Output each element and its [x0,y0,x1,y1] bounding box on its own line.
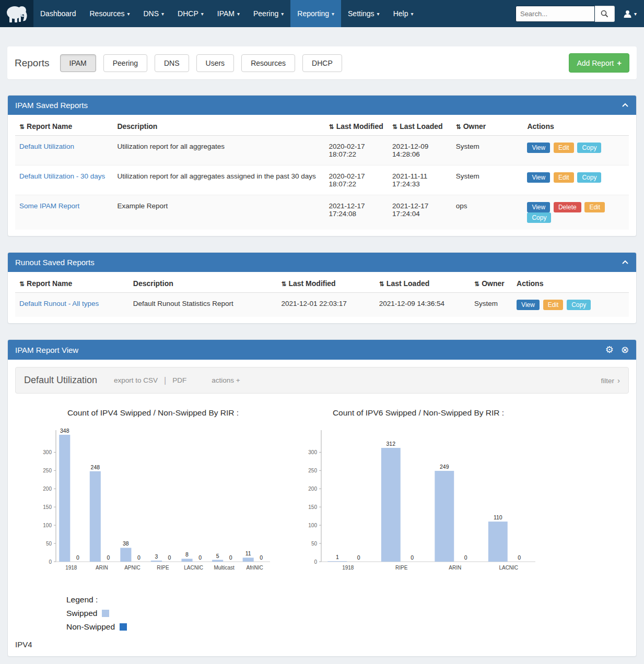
value-label: 0 [260,554,263,561]
y-tick-label: 150 [308,504,317,510]
y-tick-label: 250 [308,468,317,473]
ipam-report-view-panel: IPAM Report View ⚙ ⊗ Default Utilization… [7,339,637,657]
non-swipped-swatch [120,623,127,631]
runout-saved-reports-header: Runout Saved Reports [8,253,636,272]
app-logo[interactable] [0,0,33,27]
nav-item-dashboard[interactable]: Dashboard [33,0,83,27]
ipam-report-view-header: IPAM Report View ⚙ ⊗ [8,340,636,360]
col-label: Report Name [27,122,72,131]
ipam-saved-reports-table: ⇅Report Name Description ⇅Last Modified … [15,116,629,230]
category-label: Multicast [214,565,235,571]
col-last-loaded[interactable]: ⇅Last Loaded [375,273,470,293]
edit-button[interactable]: Edit [554,143,574,153]
tab-users[interactable]: Users [196,54,235,72]
legend-title: Legend : [66,595,629,604]
col-label: Owner [482,279,505,288]
report-description: Utilization report for all aggregates as… [113,165,324,195]
col-owner[interactable]: ⇅Owner [470,273,512,293]
export-pdf-link[interactable]: PDF [172,376,186,384]
report-link[interactable]: Default Utilization [19,143,74,150]
filter-toggle[interactable]: filter› [601,376,620,385]
nav-item-ipam[interactable]: IPAM▾ [210,0,247,27]
tab-dhcp[interactable]: DHCP [302,54,342,72]
view-button[interactable]: View [517,300,540,310]
bar-swipped-1918 [59,435,70,562]
close-icon[interactable]: ⊗ [621,345,629,354]
delete-button[interactable]: Delete [554,202,581,212]
copy-button[interactable]: Copy [577,172,601,183]
runout-saved-reports-body: ⇅Report Name Description ⇅Last Modified … [8,272,636,323]
report-link[interactable]: Some IPAM Report [19,202,79,210]
filter-label: filter [601,377,614,385]
caret-down-icon: ▾ [281,11,284,17]
col-last-modified[interactable]: ⇅Last Modified [325,116,389,136]
col-last-modified[interactable]: ⇅Last Modified [277,273,374,293]
ipam-report-view-body: Default Utilization export to CSV | PDF … [8,360,636,656]
category-label: AfriNIC [247,565,263,571]
edit-button[interactable]: Edit [584,202,605,212]
edit-button[interactable]: Edit [543,300,564,310]
bar-swipped-LACNIC [488,521,508,562]
nav-item-dhcp[interactable]: DHCP▾ [171,0,210,27]
owner: System [470,293,512,317]
copy-button[interactable]: Copy [567,300,591,310]
report-link[interactable]: Default Runout - All types [19,300,99,307]
last-modified: 2021-12-01 22:03:17 [277,293,374,317]
view-button[interactable]: View [527,143,550,153]
nav-item-resources[interactable]: Resources▾ [83,0,137,27]
export-csv-link[interactable]: export to CSV [114,376,158,384]
bar-chart-svg: 050100150200250300348019182480ARIN380APN… [30,424,276,580]
nav-item-peering[interactable]: Peering▾ [247,0,290,27]
category-label: APNIC [124,565,140,571]
bar-swipped-APNIC [120,548,131,562]
legend-label: Non-Swipped [66,622,115,632]
view-button[interactable]: View [527,202,550,212]
caret-down-icon: ▾ [127,11,130,17]
col-owner[interactable]: ⇅Owner [452,116,523,136]
y-tick-label: 200 [43,486,52,492]
bar-swipped-ARIN [435,471,454,562]
ipv4-chart-block: Count of IPV4 Swipped / Non-Swipped By R… [30,408,276,583]
ipv6-chart-block: Count of IPV6 Swipped / Non-Swipped By R… [295,408,542,583]
caret-down-icon: ▾ [634,11,637,17]
col-report-name[interactable]: ⇅Report Name [15,116,113,136]
caret-down-icon: ▾ [161,11,164,17]
report-description: Default Runout Statistics Report [129,293,277,317]
collapse-icon[interactable] [622,260,629,265]
col-actions: Actions [512,273,629,293]
gear-icon[interactable]: ⚙ [605,345,614,354]
view-button[interactable]: View [527,172,550,183]
bar-swipped-RIPE [151,561,162,562]
nav-item-reporting[interactable]: Reporting▾ [290,0,341,27]
nav-item-settings[interactable]: Settings▾ [341,0,387,27]
nav-item-help[interactable]: Help▾ [387,0,420,27]
bar-swipped-Multicast [212,560,223,562]
tab-dns[interactable]: DNS [155,54,189,72]
search-button[interactable] [595,6,615,22]
value-label: 0 [168,554,171,561]
value-label: 0 [137,554,140,561]
report-link[interactable]: Default Utilization - 30 days [19,172,105,180]
bar-swipped-RIPE [381,448,401,562]
copy-button[interactable]: Copy [527,212,551,223]
tab-ipam[interactable]: IPAM [60,54,96,72]
tab-peering[interactable]: Peering [103,54,147,72]
search-input[interactable] [516,6,595,22]
nav-item-dns[interactable]: DNS▾ [136,0,171,27]
table-row: Default Utilization Utilization report f… [15,136,629,165]
separator: | [164,376,166,385]
y-tick-label: 300 [308,449,317,455]
user-menu[interactable]: ▾ [623,9,637,18]
copy-button[interactable]: Copy [577,143,601,153]
sort-icon: ⇅ [329,123,334,131]
edit-button[interactable]: Edit [554,172,574,183]
tab-resources[interactable]: Resources [241,54,295,72]
col-last-loaded[interactable]: ⇅Last Loaded [388,116,452,136]
add-report-button[interactable]: Add Report+ [569,53,629,73]
plus-icon: + [617,58,622,67]
collapse-icon[interactable] [622,103,629,108]
y-tick-label: 150 [43,504,52,510]
actions-menu[interactable]: actions + [212,376,240,384]
caret-down-icon: ▾ [237,11,240,17]
col-report-name[interactable]: ⇅Report Name [15,273,129,293]
